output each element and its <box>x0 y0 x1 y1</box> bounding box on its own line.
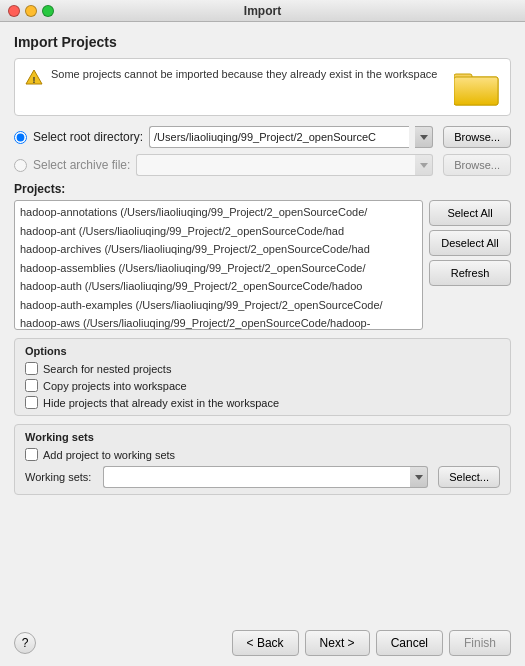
working-sets-combo <box>103 466 428 488</box>
list-item[interactable]: hadoop-ant (/Users/liaoliuqing/99_Projec… <box>17 222 420 241</box>
copy-projects-row: Copy projects into workspace <box>25 379 500 392</box>
projects-list[interactable]: hadoop-annotations (/Users/liaoliuqing/9… <box>14 200 423 330</box>
folder-icon <box>454 67 500 107</box>
root-directory-label: Select root directory: <box>33 130 143 144</box>
copy-projects-checkbox[interactable] <box>25 379 38 392</box>
working-sets-input-row: Working sets: Select... <box>25 466 500 488</box>
bottom-row: ? < Back Next > Cancel Finish <box>14 622 511 656</box>
working-sets-select-button[interactable]: Select... <box>438 466 500 488</box>
archive-file-row: Select archive file: Browse... <box>14 154 511 176</box>
svg-text:!: ! <box>33 75 36 85</box>
working-sets-dropdown-arrow[interactable] <box>410 466 428 488</box>
minimize-button[interactable] <box>25 5 37 17</box>
options-title: Options <box>25 345 500 357</box>
back-button[interactable]: < Back <box>232 630 299 656</box>
titlebar: Import <box>0 0 525 22</box>
archive-file-dropdown-arrow[interactable] <box>415 154 433 176</box>
add-to-working-sets-label: Add project to working sets <box>43 449 175 461</box>
projects-buttons: Select All Deselect All Refresh <box>429 200 511 330</box>
hide-projects-label: Hide projects that already exist in the … <box>43 397 279 409</box>
list-item[interactable]: hadoop-auth (/Users/liaoliuqing/99_Proje… <box>17 277 420 296</box>
root-directory-radio[interactable] <box>14 131 27 144</box>
page-title: Import Projects <box>14 34 511 50</box>
add-to-working-sets-checkbox[interactable] <box>25 448 38 461</box>
root-directory-row: Select root directory: /Users/liaoliuqin… <box>14 126 511 148</box>
chevron-down-icon <box>420 135 428 140</box>
add-to-working-sets-row: Add project to working sets <box>25 448 500 461</box>
refresh-button[interactable]: Refresh <box>429 260 511 286</box>
hide-projects-checkbox[interactable] <box>25 396 38 409</box>
close-button[interactable] <box>8 5 20 17</box>
list-item[interactable]: hadoop-annotations (/Users/liaoliuqing/9… <box>17 203 420 222</box>
svg-marker-5 <box>420 135 428 140</box>
copy-projects-label: Copy projects into workspace <box>43 380 187 392</box>
next-button[interactable]: Next > <box>305 630 370 656</box>
archive-file-input-combo <box>136 154 433 176</box>
svg-marker-7 <box>415 475 423 480</box>
list-item[interactable]: hadoop-aws (/Users/liaoliuqing/99_Projec… <box>17 314 420 330</box>
working-sets-section: Working sets Add project to working sets… <box>14 424 511 495</box>
chevron-down-icon-archive <box>420 163 428 168</box>
working-sets-field-label: Working sets: <box>25 471 97 483</box>
root-directory-browse-button[interactable]: Browse... <box>443 126 511 148</box>
options-section: Options Search for nested projects Copy … <box>14 338 511 416</box>
warning-text: Some projects cannot be imported because… <box>51 67 446 82</box>
archive-file-radio[interactable] <box>14 159 27 172</box>
working-sets-title: Working sets <box>25 431 500 443</box>
select-all-button[interactable]: Select All <box>429 200 511 226</box>
projects-area: hadoop-annotations (/Users/liaoliuqing/9… <box>14 200 511 330</box>
list-item[interactable]: hadoop-auth-examples (/Users/liaoliuqing… <box>17 296 420 315</box>
list-item[interactable]: hadoop-archives (/Users/liaoliuqing/99_P… <box>17 240 420 259</box>
help-button[interactable]: ? <box>14 632 36 654</box>
nested-projects-checkbox[interactable] <box>25 362 38 375</box>
list-item[interactable]: hadoop-assemblies (/Users/liaoliuqing/99… <box>17 259 420 278</box>
root-directory-path: /Users/liaoliuqing/99_Project/2_openSour… <box>149 126 409 148</box>
cancel-button[interactable]: Cancel <box>376 630 443 656</box>
deselect-all-button[interactable]: Deselect All <box>429 230 511 256</box>
nested-projects-row: Search for nested projects <box>25 362 500 375</box>
warning-icon: ! <box>25 68 43 86</box>
titlebar-buttons <box>8 5 54 17</box>
warning-box: ! Some projects cannot be imported becau… <box>14 58 511 116</box>
chevron-down-icon-ws <box>415 475 423 480</box>
svg-marker-6 <box>420 163 428 168</box>
svg-rect-4 <box>454 77 498 105</box>
archive-file-browse-button[interactable]: Browse... <box>443 154 511 176</box>
archive-file-label: Select archive file: <box>33 158 130 172</box>
import-dialog: Import Projects ! Some projects cannot b… <box>0 22 525 666</box>
projects-section-label: Projects: <box>14 182 511 196</box>
maximize-button[interactable] <box>42 5 54 17</box>
working-sets-input[interactable] <box>103 466 410 488</box>
window-title: Import <box>244 4 281 18</box>
archive-file-input[interactable] <box>136 154 415 176</box>
nested-projects-label: Search for nested projects <box>43 363 171 375</box>
hide-projects-row: Hide projects that already exist in the … <box>25 396 500 409</box>
root-directory-dropdown-arrow[interactable] <box>415 126 433 148</box>
finish-button[interactable]: Finish <box>449 630 511 656</box>
nav-buttons: < Back Next > Cancel Finish <box>232 630 511 656</box>
